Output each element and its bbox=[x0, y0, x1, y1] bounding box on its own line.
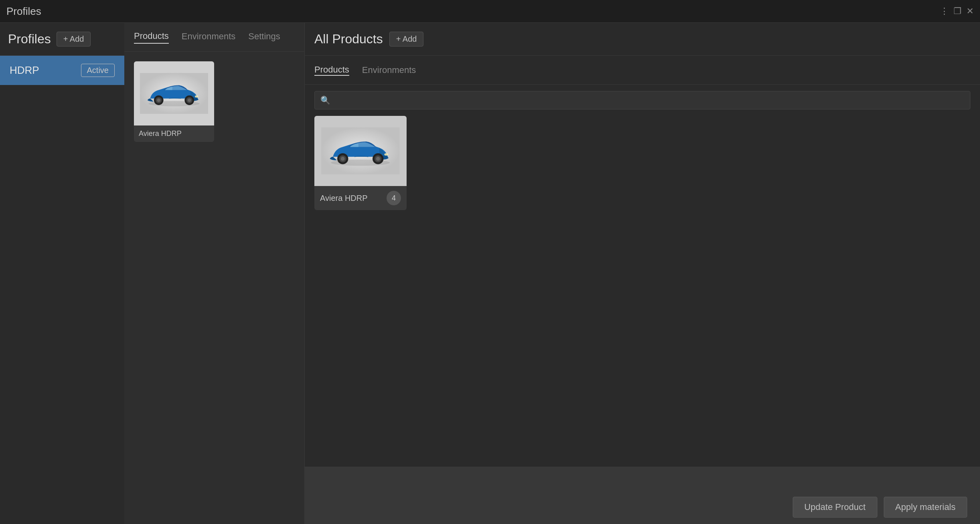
more-icon[interactable]: ⋮ bbox=[940, 6, 949, 16]
all-products-title: All Products bbox=[314, 32, 383, 47]
svg-point-8 bbox=[195, 95, 198, 97]
product-count-badge: 4 bbox=[387, 191, 401, 205]
apply-materials-button[interactable]: Apply materials bbox=[884, 497, 967, 518]
profiles-sidebar: Profiles + Add HDRP Active bbox=[0, 23, 124, 524]
profile-products-content: Aviera HDRP bbox=[124, 52, 304, 524]
tab-settings[interactable]: Settings bbox=[248, 31, 280, 43]
profile-product-image bbox=[134, 61, 214, 125]
update-product-button[interactable]: Update Product bbox=[793, 497, 877, 518]
tab-products[interactable]: Products bbox=[134, 31, 169, 44]
close-icon[interactable]: ✕ bbox=[966, 6, 974, 16]
profiles-header: Profiles + Add bbox=[0, 23, 124, 56]
profile-item[interactable]: HDRP Active bbox=[0, 56, 124, 85]
profile-product-card[interactable]: Aviera HDRP bbox=[134, 61, 214, 142]
profile-list: HDRP Active bbox=[0, 56, 124, 524]
car-illustration bbox=[140, 66, 208, 121]
profile-tab-area: Products Environments Settings bbox=[124, 23, 305, 524]
app-title: Profiles bbox=[6, 5, 41, 18]
all-products-tab-bar: Products Environments bbox=[305, 56, 980, 85]
all-products-card[interactable]: Aviera HDRP 4 bbox=[314, 116, 407, 210]
tab-environments[interactable]: Environments bbox=[182, 31, 236, 43]
profile-tab-bar: Products Environments Settings bbox=[124, 23, 304, 52]
all-products-panel: All Products + Add Products Environments… bbox=[305, 23, 980, 524]
car-illustration-2 bbox=[321, 121, 400, 181]
active-badge: Active bbox=[81, 64, 115, 77]
bottom-action-area: Update Product Apply materials bbox=[305, 467, 980, 524]
svg-point-17 bbox=[385, 153, 389, 156]
all-products-content: Aviera HDRP 4 bbox=[305, 116, 980, 467]
profile-name: HDRP bbox=[10, 64, 39, 77]
svg-point-7 bbox=[188, 99, 191, 102]
add-product-button[interactable]: + Add bbox=[389, 32, 424, 47]
all-products-card-image bbox=[314, 116, 407, 186]
window-controls: ⋮ ❐ ✕ bbox=[940, 6, 974, 16]
right-tab-environments[interactable]: Environments bbox=[362, 65, 416, 75]
svg-point-13 bbox=[341, 157, 345, 161]
resize-icon[interactable]: ❐ bbox=[954, 6, 962, 16]
search-icon: 🔍 bbox=[320, 95, 330, 105]
profile-product-label: Aviera HDRP bbox=[134, 125, 214, 142]
right-tab-products[interactable]: Products bbox=[314, 65, 349, 76]
profiles-title: Profiles bbox=[8, 32, 51, 47]
all-products-header: All Products + Add bbox=[305, 23, 980, 56]
search-bar: 🔍 bbox=[314, 91, 970, 109]
all-products-card-label: Aviera HDRP bbox=[320, 194, 368, 203]
title-bar: Profiles ⋮ ❐ ✕ bbox=[0, 0, 980, 23]
all-products-card-footer: Aviera HDRP 4 bbox=[314, 186, 407, 210]
svg-point-4 bbox=[157, 99, 161, 102]
svg-point-16 bbox=[376, 157, 380, 161]
add-profile-button[interactable]: + Add bbox=[57, 32, 91, 47]
main-layout: Profiles + Add HDRP Active Products Envi… bbox=[0, 23, 980, 524]
search-input[interactable] bbox=[334, 96, 964, 105]
